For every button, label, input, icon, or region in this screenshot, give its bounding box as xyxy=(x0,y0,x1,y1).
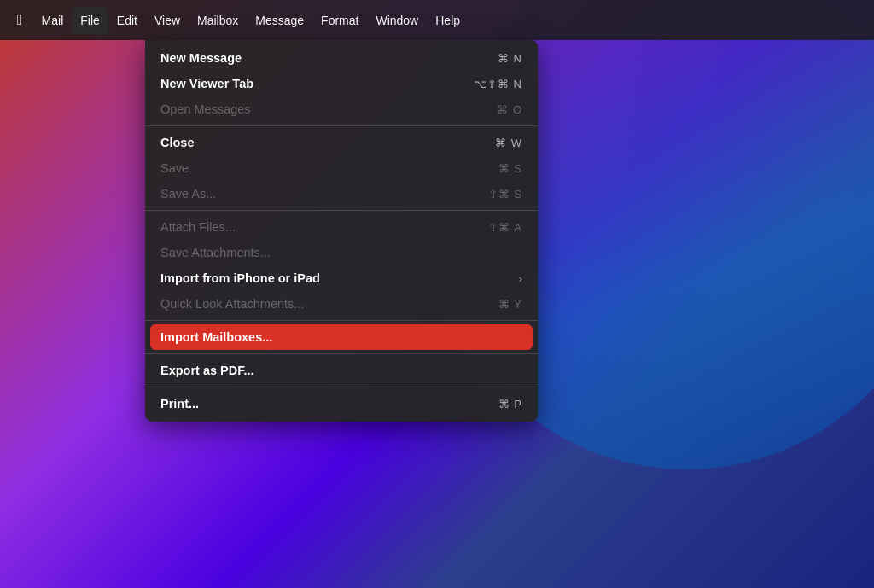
attach-files-shortcut: ⇧⌘ A xyxy=(488,221,522,234)
import-iphone-item[interactable]: Import from iPhone or iPad › xyxy=(145,265,538,291)
close-item[interactable]: Close ⌘ W xyxy=(145,130,538,155)
chevron-right-icon: › xyxy=(519,272,522,285)
separator-3 xyxy=(145,320,538,321)
separator-2 xyxy=(145,210,538,211)
mailbox-menu-item[interactable]: Mailbox xyxy=(189,7,247,34)
import-mailboxes-label: Import Mailboxes... xyxy=(160,330,272,344)
new-message-label: New Message xyxy=(160,51,242,65)
quick-look-shortcut: ⌘ Y xyxy=(498,298,522,311)
import-mailboxes-item[interactable]: Import Mailboxes... xyxy=(150,324,533,350)
save-as-item[interactable]: Save As... ⇧⌘ S xyxy=(145,181,538,207)
open-messages-shortcut: ⌘ O xyxy=(497,103,522,116)
save-as-shortcut: ⇧⌘ S xyxy=(488,188,522,201)
format-menu-item[interactable]: Format xyxy=(312,7,367,34)
attach-files-label: Attach Files... xyxy=(160,220,236,234)
mail-menu-item[interactable]: Mail xyxy=(33,7,73,34)
open-messages-item[interactable]: Open Messages ⌘ O xyxy=(145,96,538,122)
window-menu-item[interactable]: Window xyxy=(367,7,427,34)
file-menu-item[interactable]: File xyxy=(72,7,108,34)
help-menu-item[interactable]: Help xyxy=(427,7,469,34)
export-pdf-label: Export as PDF... xyxy=(160,364,254,377)
new-message-item[interactable]: New Message ⌘ N xyxy=(145,45,538,71)
quick-look-label: Quick Look Attachments... xyxy=(160,297,304,311)
message-menu-item[interactable]: Message xyxy=(247,7,312,34)
menubar:  Mail File Edit View Mailbox Message Fo… xyxy=(0,0,874,40)
print-item[interactable]: Print... ⌘ P xyxy=(145,391,538,416)
file-dropdown-menu: New Message ⌘ N New Viewer Tab ⌥⇧⌘ N Ope… xyxy=(145,40,538,422)
new-viewer-tab-label: New Viewer Tab xyxy=(160,77,253,90)
save-attachments-label: Save Attachments... xyxy=(160,246,271,259)
apple-menu-item[interactable]:  xyxy=(7,7,33,34)
new-viewer-tab-item[interactable]: New Viewer Tab ⌥⇧⌘ N xyxy=(145,71,538,96)
separator-5 xyxy=(145,387,538,387)
new-viewer-tab-shortcut: ⌥⇧⌘ N xyxy=(474,78,522,90)
separator-1 xyxy=(145,125,538,126)
close-shortcut: ⌘ W xyxy=(495,137,522,149)
close-label: Close xyxy=(160,136,195,149)
quick-look-item[interactable]: Quick Look Attachments... ⌘ Y xyxy=(145,291,538,317)
save-as-label: Save As... xyxy=(160,187,216,201)
edit-menu-item[interactable]: Edit xyxy=(108,7,146,34)
save-label: Save xyxy=(160,161,189,175)
save-attachments-item[interactable]: Save Attachments... xyxy=(145,240,538,265)
new-message-shortcut: ⌘ N xyxy=(498,52,522,65)
open-messages-label: Open Messages xyxy=(160,102,251,116)
separator-4 xyxy=(145,353,538,354)
print-shortcut: ⌘ P xyxy=(498,398,522,410)
print-label: Print... xyxy=(160,397,199,410)
save-item[interactable]: Save ⌘ S xyxy=(145,155,538,181)
export-pdf-item[interactable]: Export as PDF... xyxy=(145,358,538,383)
attach-files-item[interactable]: Attach Files... ⇧⌘ A xyxy=(145,214,538,240)
save-shortcut: ⌘ S xyxy=(498,162,522,175)
view-menu-item[interactable]: View xyxy=(146,7,189,34)
import-iphone-label: Import from iPhone or iPad xyxy=(160,271,320,285)
